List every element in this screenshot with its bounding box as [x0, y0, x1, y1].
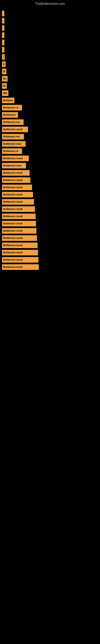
bar-label: Bottleneck result — [3, 193, 23, 196]
bar-item: Bottlene — [2, 98, 14, 103]
bar-item: Bot — [2, 76, 8, 82]
bar-row: Bottleneck result — [2, 250, 98, 256]
bar-label: Bottleneck resu — [3, 164, 21, 167]
bar-label: Bottleneck result — [3, 186, 23, 189]
bar-item: Bottleneck re — [2, 105, 22, 110]
bar-row: Bottlene — [2, 98, 98, 103]
bar-item: Bottleneck result — [2, 264, 39, 270]
bar-item: Bottleneck result — [2, 177, 30, 183]
bar-item: Bottleneck — [2, 112, 18, 118]
bar-row: Bottleneck result — [2, 214, 98, 219]
bar-item: Bottleneck result — [2, 257, 38, 263]
bar-row: Bo — [2, 69, 98, 74]
bar-row: | — [2, 11, 98, 16]
bar-row: Bottleneck res — [2, 134, 98, 140]
bar-item: Bottleneck result — [2, 199, 34, 205]
bar-item: Bottleneck result — [2, 156, 29, 161]
bar-row: Bottleneck result — [2, 177, 98, 183]
bar-label: Bottleneck result — [3, 222, 23, 225]
bar-row: B — [2, 54, 98, 60]
bar-row: Bottleneck result — [2, 235, 98, 241]
bar-row: Bottleneck result — [2, 221, 98, 226]
bar-label: Bottlene — [3, 99, 13, 102]
bar-label: Bottleneck re — [3, 150, 18, 152]
bar-label: Bottleneck result — [3, 237, 23, 240]
bar-item: Bottleneck result — [2, 206, 35, 212]
bar-item: | — [2, 47, 4, 52]
bar-label: Bottleneck result — [3, 215, 23, 218]
bar-item: | — [2, 25, 4, 31]
bar-item: Bottleneck result — [2, 242, 38, 248]
bar-row: | — [2, 47, 98, 52]
bar-item: Bo — [2, 83, 7, 89]
bar-item: Bott — [2, 90, 8, 96]
bar-label: Bott — [3, 92, 7, 94]
bar-label: Bot — [3, 77, 6, 80]
bar-item: Bottleneck re — [2, 148, 22, 154]
bar-item: Bottleneck res — [2, 119, 24, 125]
bar-label: Bottleneck res — [3, 121, 20, 124]
bar-row: | — [2, 25, 98, 31]
bar-label: Bottleneck result — [3, 128, 23, 131]
bar-label: Bottleneck result — [3, 179, 23, 182]
bar-row: Bottleneck re — [2, 105, 98, 110]
bar-row: B — [2, 32, 98, 38]
bar-item: Bo — [2, 69, 6, 74]
bar-label: Bottleneck result — [3, 266, 23, 268]
bar-label: Bottleneck result — [3, 172, 23, 174]
bar-label: Bottleneck result — [3, 258, 23, 261]
bar-item: Bottleneck result — [2, 192, 33, 198]
bar-label: Bo — [3, 70, 5, 73]
bar-row: Bott — [2, 90, 98, 96]
bar-label: Bo — [3, 84, 6, 87]
site-title: TheBottlenecker.com — [0, 0, 100, 7]
bar-row: Bo — [2, 83, 98, 89]
bar-row: | — [2, 18, 98, 24]
bar-label: Bottleneck res — [3, 135, 20, 138]
bar-item: | — [2, 40, 4, 45]
bar-label: Bottleneck resu — [3, 142, 21, 145]
bar-row: Bottleneck result — [2, 184, 98, 190]
bar-row: Bottleneck resu — [2, 163, 98, 168]
bar-row: Bottleneck result — [2, 228, 98, 234]
bar-label: Bottleneck re — [3, 106, 18, 109]
bar-row: Bot — [2, 76, 98, 82]
bar-item: Bottleneck resu — [2, 141, 26, 147]
bar-label: Bottleneck result — [3, 157, 23, 160]
bar-item: Bottleneck result — [2, 170, 30, 176]
bar-item: Bottleneck result — [2, 221, 36, 226]
bar-item: B — [2, 32, 4, 38]
bar-row: Bottleneck res — [2, 119, 98, 125]
bar-item: Bottleneck result — [2, 184, 32, 190]
bar-row: Bottleneck result — [2, 156, 98, 161]
bar-row: Bottleneck re — [2, 148, 98, 154]
bar-item: Bottleneck res — [2, 134, 24, 140]
bar-label: Bottleneck result — [3, 208, 23, 210]
bar-row: Bottleneck result — [2, 257, 98, 263]
bar-label: Bottleneck result — [3, 230, 23, 232]
bar-item: Bottleneck result — [2, 228, 36, 234]
bar-item: Bottleneck result — [2, 235, 37, 241]
bar-item: Bottleneck resu — [2, 163, 26, 168]
bar-row: Bottleneck resu — [2, 141, 98, 147]
bar-label: Bottleneck result — [3, 244, 23, 247]
bar-label: B — [3, 56, 3, 58]
bar-row: Bottleneck result — [2, 170, 98, 176]
bar-row: Bottleneck result — [2, 264, 98, 270]
bars-container: |||B||BBBoBotBoBottBottleneBottleneck re… — [0, 7, 100, 274]
bar-label: Bottleneck — [3, 114, 15, 116]
bar-item: B — [2, 62, 6, 67]
bar-row: Bottleneck result — [2, 192, 98, 198]
bar-row: B — [2, 62, 98, 67]
bar-label: Bottleneck result — [3, 251, 23, 254]
bar-row: Bottleneck result — [2, 126, 98, 132]
bar-item: Bottleneck result — [2, 250, 38, 256]
bar-item: B — [2, 54, 5, 60]
bar-row: Bottleneck result — [2, 242, 98, 248]
bar-item: | — [2, 18, 4, 24]
bar-label: Bottleneck result — [3, 200, 23, 203]
bar-item: | — [2, 11, 4, 16]
bar-row: Bottleneck result — [2, 199, 98, 205]
bar-row: | — [2, 40, 98, 45]
bar-label: B — [3, 63, 4, 66]
